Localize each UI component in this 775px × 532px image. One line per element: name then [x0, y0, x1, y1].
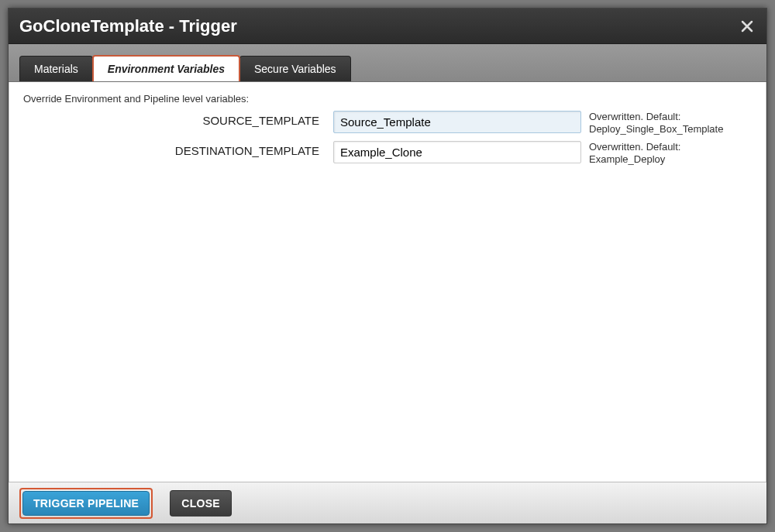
dialog-title: GoCloneTemplate - Trigger	[19, 16, 739, 36]
variable-note: Overwritten. Default: Example_Deploy	[581, 141, 752, 165]
trigger-dialog: GoCloneTemplate - Trigger Materials Envi…	[8, 8, 767, 524]
variable-note: Overwritten. Default: Deploy_Single_Box_…	[581, 111, 752, 135]
override-instruction: Override Environment and Pipeline level …	[23, 93, 752, 105]
tab-environment-variables[interactable]: Environment Variables	[92, 55, 240, 81]
dialog-titlebar: GoCloneTemplate - Trigger	[9, 9, 766, 44]
variable-row: DESTINATION_TEMPLATE Overwritten. Defaul…	[23, 141, 752, 165]
tab-bar: Materials Environment Variables Secure V…	[9, 44, 766, 82]
variable-input-wrap	[333, 111, 581, 133]
variable-input-wrap	[333, 141, 581, 163]
source-template-input[interactable]	[333, 111, 581, 133]
tab-secure-variables[interactable]: Secure Variables	[239, 56, 351, 81]
close-button[interactable]: CLOSE	[170, 490, 232, 517]
close-icon[interactable]	[739, 18, 756, 35]
dialog-footer: TRIGGER PIPELINE CLOSE	[9, 482, 766, 523]
tab-materials[interactable]: Materials	[19, 56, 93, 81]
variable-row: SOURCE_TEMPLATE Overwritten. Default: De…	[23, 111, 752, 135]
variable-label: DESTINATION_TEMPLATE	[23, 141, 333, 157]
trigger-pipeline-button[interactable]: TRIGGER PIPELINE	[22, 491, 150, 516]
trigger-highlight: TRIGGER PIPELINE	[19, 488, 153, 519]
variable-label: SOURCE_TEMPLATE	[23, 111, 333, 127]
destination-template-input[interactable]	[333, 141, 581, 163]
dialog-content: Override Environment and Pipeline level …	[9, 82, 766, 482]
